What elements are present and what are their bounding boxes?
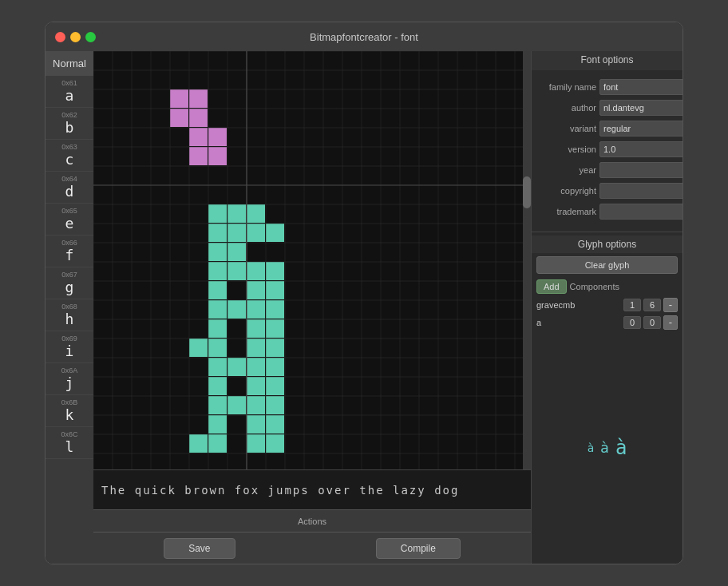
component-remove-button[interactable]: - xyxy=(663,298,678,312)
titlebar: Bitmapfontcreator - font xyxy=(46,22,682,51)
component-name: gravecmb xyxy=(536,300,621,310)
components-header: Add Components xyxy=(532,277,682,296)
sidebar-item-a[interactable]: 0x61a xyxy=(46,76,93,108)
char-label: b xyxy=(65,119,74,136)
hex-label: 0x64 xyxy=(61,175,77,183)
component-row-gravecmb: gravecmb- xyxy=(532,296,682,314)
add-component-button[interactable]: Add xyxy=(536,279,567,294)
field-label: year xyxy=(536,165,596,175)
sidebar-item-f[interactable]: 0x66f xyxy=(46,236,93,267)
field-input[interactable] xyxy=(599,204,682,220)
actions-bar: Actions xyxy=(93,509,531,532)
hex-label: 0x68 xyxy=(61,303,77,311)
save-button[interactable]: Save xyxy=(164,538,235,559)
component-y[interactable] xyxy=(643,316,661,329)
hex-label: 0x66 xyxy=(61,239,77,247)
component-row-a: a- xyxy=(532,314,682,331)
font-field-trademark: trademark xyxy=(532,201,682,222)
hex-label: 0x67 xyxy=(61,271,77,279)
field-label: variant xyxy=(536,124,596,133)
hex-label: 0x63 xyxy=(61,143,77,151)
sidebar-item-g[interactable]: 0x67g xyxy=(46,267,93,299)
field-label: trademark xyxy=(536,207,596,216)
component-remove-button[interactable]: - xyxy=(663,315,678,330)
glyph-preview-2: à xyxy=(615,437,627,459)
hex-label: 0x61 xyxy=(61,79,77,87)
hex-label: 0x6C xyxy=(61,430,77,438)
hex-label: 0x6A xyxy=(61,366,78,374)
clear-glyph-button[interactable]: Clear glyph xyxy=(536,256,678,274)
minimize-button[interactable] xyxy=(70,32,81,42)
field-input[interactable] xyxy=(599,100,682,116)
sidebar-item-d[interactable]: 0x64d xyxy=(46,172,93,204)
component-x[interactable] xyxy=(623,316,641,329)
char-label: k xyxy=(65,406,74,423)
sidebar-item-j[interactable]: 0x6Aj xyxy=(46,363,93,395)
sidebar-item-i[interactable]: 0x69i xyxy=(46,331,93,363)
font-field-family-name: family name xyxy=(532,77,682,97)
font-field-copyright: copyright xyxy=(532,180,682,201)
char-label: f xyxy=(65,247,74,263)
hex-label: 0x6B xyxy=(61,398,78,406)
close-button[interactable] xyxy=(55,32,65,42)
hex-label: 0x69 xyxy=(61,335,77,342)
center-area: The quick brown fox jumps over the lazy … xyxy=(93,51,531,564)
main-window: Bitmapfontcreator - font Normal 0x61a0x6… xyxy=(45,22,683,564)
field-input[interactable] xyxy=(599,183,682,199)
font-field-author: author xyxy=(532,97,682,118)
component-y[interactable] xyxy=(643,299,661,311)
sidebar-item-h[interactable]: 0x68h xyxy=(46,299,93,331)
sidebar-item-e[interactable]: 0x65e xyxy=(46,204,93,236)
actions-label: Actions xyxy=(298,517,326,526)
glyph-options-title: Glyph options xyxy=(532,236,682,253)
window-title: Bitmapfontcreator - font xyxy=(310,31,418,43)
right-panel: Font options family nameauthorvariantver… xyxy=(531,51,682,564)
font-field-version: version xyxy=(532,139,682,160)
hex-label: 0x65 xyxy=(61,207,77,215)
sidebar-item-b[interactable]: 0x62b xyxy=(46,108,93,140)
divider-1 xyxy=(532,232,682,232)
window-controls xyxy=(55,32,96,42)
field-input[interactable] xyxy=(599,162,682,178)
field-label: author xyxy=(536,103,596,113)
preview-bar: The quick brown fox jumps over the lazy … xyxy=(93,469,531,509)
field-label: version xyxy=(536,145,596,154)
component-x[interactable] xyxy=(623,299,641,311)
char-label: l xyxy=(65,438,74,455)
font-options-title: Font options xyxy=(532,51,682,70)
glyph-preview-1: à xyxy=(600,439,609,456)
char-label: d xyxy=(65,183,74,200)
font-options-section: family nameauthorvariantversionyearcopyr… xyxy=(532,70,682,228)
pixel-canvas[interactable] xyxy=(93,51,523,469)
field-label: copyright xyxy=(536,186,596,196)
char-label: c xyxy=(65,151,74,168)
field-input[interactable] xyxy=(599,121,682,137)
components-list: gravecmb-a- xyxy=(532,296,682,331)
hex-label: 0x62 xyxy=(61,111,77,119)
maximize-button[interactable] xyxy=(85,32,96,42)
bottom-buttons: Save Compile xyxy=(93,532,531,564)
sidebar: Normal 0x61a0x62b0x63c0x64d0x65e0x66f0x6… xyxy=(46,51,93,564)
compile-button[interactable]: Compile xyxy=(376,538,461,559)
char-label: j xyxy=(65,374,74,391)
components-label: Components xyxy=(570,282,619,291)
main-area: Normal 0x61a0x62b0x63c0x64d0x65e0x66f0x6… xyxy=(46,51,682,564)
field-input[interactable] xyxy=(599,141,682,157)
char-label: e xyxy=(65,215,74,232)
char-label: i xyxy=(65,342,74,359)
vertical-scrollbar[interactable] xyxy=(523,51,531,469)
sidebar-item-l[interactable]: 0x6Cl xyxy=(46,427,93,459)
char-label: g xyxy=(65,279,74,295)
sidebar-header: Normal xyxy=(46,51,93,76)
sidebar-item-k[interactable]: 0x6Bk xyxy=(46,395,93,427)
font-field-year: year xyxy=(532,160,682,180)
field-label: family name xyxy=(536,82,596,92)
preview-text: The quick brown fox jumps over the lazy … xyxy=(101,484,459,497)
sidebar-item-c[interactable]: 0x63c xyxy=(46,140,93,172)
glyph-preview-area: ààà xyxy=(532,331,682,564)
glyph-preview-0: à xyxy=(588,441,594,454)
field-input[interactable] xyxy=(599,79,682,95)
scrollbar-thumb[interactable] xyxy=(523,176,531,208)
sidebar-items[interactable]: 0x61a0x62b0x63c0x64d0x65e0x66f0x67g0x68h… xyxy=(46,76,93,564)
glyph-editor[interactable] xyxy=(93,51,531,469)
